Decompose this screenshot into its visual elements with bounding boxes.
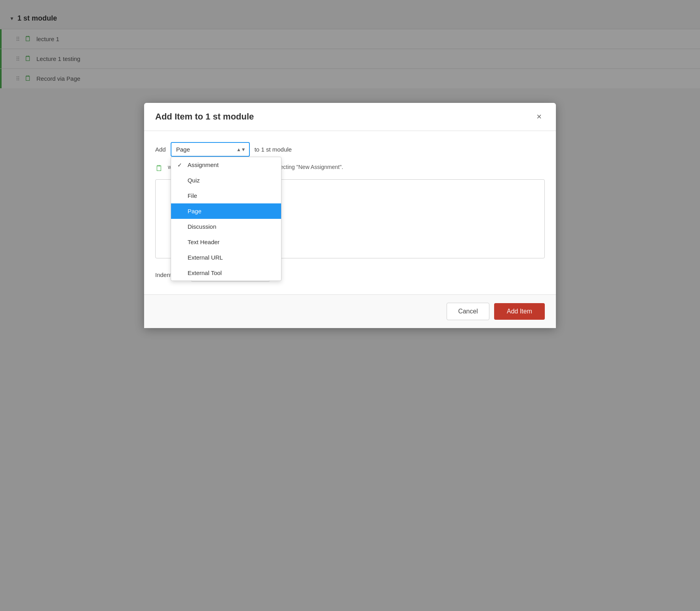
dropdown-label-externalurl: External URL (188, 254, 223, 261)
modal-title: Add Item to 1 st module (155, 112, 254, 122)
dropdown-label-quiz: Quiz (188, 177, 200, 184)
dropdown-item-assignment[interactable]: ✓ Assignment (171, 157, 281, 173)
add-item-button[interactable]: Add Item (494, 303, 545, 320)
dropdown-item-file[interactable]: File (171, 188, 281, 203)
check-icon: ✓ (177, 162, 184, 168)
hint-icon: 🗒 (155, 164, 163, 173)
dropdown-label-discussion: Discussion (188, 223, 217, 230)
type-dropdown-menu[interactable]: ✓ Assignment Quiz File Page (171, 157, 282, 281)
modal-dialog: Add Item to 1 st module × Add Assignment… (144, 103, 556, 328)
modal-header: Add Item to 1 st module × (144, 103, 556, 131)
modal-overlay: Add Item to 1 st module × Add Assignment… (0, 0, 700, 611)
dropdown-label-assignment: Assignment (188, 161, 219, 168)
dropdown-item-externaltool[interactable]: External Tool (171, 265, 281, 281)
dropdown-item-page[interactable]: Page (171, 203, 281, 219)
add-label: Add (155, 146, 166, 153)
modal-body: Add Assignment Quiz File Page Discussion… (144, 131, 556, 294)
dropdown-item-externalurl[interactable]: External URL (171, 250, 281, 265)
close-button[interactable]: × (533, 111, 545, 123)
dropdown-item-discussion[interactable]: Discussion (171, 219, 281, 234)
to-module-text: to 1 st module (255, 146, 292, 153)
dropdown-label-textheader: Text Header (188, 239, 220, 245)
type-select-wrapper: Assignment Quiz File Page Discussion Tex… (171, 142, 250, 157)
dropdown-item-quiz[interactable]: Quiz (171, 173, 281, 188)
dropdown-label-file: File (188, 192, 197, 199)
type-select[interactable]: Assignment Quiz File Page Discussion Tex… (171, 142, 250, 157)
dropdown-label-page: Page (188, 208, 202, 214)
cancel-button[interactable]: Cancel (447, 303, 489, 320)
dropdown-label-externaltool: External Tool (188, 269, 222, 276)
dropdown-item-textheader[interactable]: Text Header (171, 234, 281, 250)
type-selector-row: Add Assignment Quiz File Page Discussion… (155, 142, 545, 157)
modal-footer: Cancel Add Item (144, 294, 556, 328)
